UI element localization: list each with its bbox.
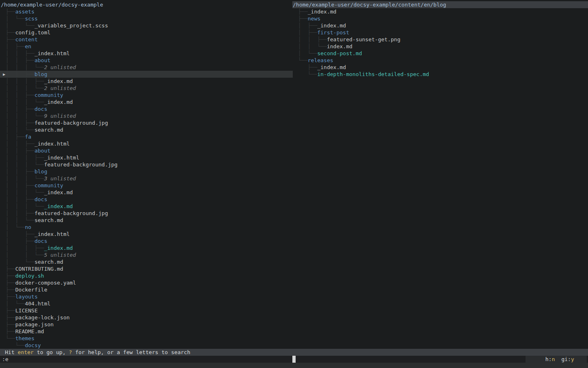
tree-row[interactable]: │ │ ├──featured-background.jpg	[0, 210, 293, 217]
tree-row[interactable]: │ │ ├──docs	[0, 105, 293, 112]
tree-row[interactable]: │ ├──_index.md	[292, 22, 588, 29]
dir-name: docsy	[25, 342, 41, 348]
tree-branch-lines: ├──	[6, 287, 15, 293]
dir-name: docs	[34, 106, 47, 112]
tree-row[interactable]: │ │ │ └──2 unlisted	[0, 64, 293, 71]
tree-row[interactable]: │ │ ├──featured-background.jpg	[0, 119, 293, 126]
tree-row[interactable]: ├──assets	[0, 8, 293, 15]
tree-branch-lines: └──	[6, 342, 25, 348]
tree-row[interactable]: │ ├──fa	[0, 133, 293, 140]
tree-row[interactable]: │ │ ├──featured-sunset-get.png	[292, 36, 588, 43]
dir-name: scss	[25, 16, 38, 22]
tree-row[interactable]: │ ├──docs	[0, 238, 293, 245]
tree-branch-lines: ├──	[6, 328, 15, 334]
tree-row[interactable]: │ │ │ └──_index.md	[0, 203, 293, 210]
tree-row[interactable]: ├──README.md	[0, 328, 293, 335]
tree-row[interactable]: │ │ └──5 unlisted	[0, 251, 293, 258]
tree-row[interactable]: │ │ │ ├──_index.md	[0, 78, 293, 85]
left-panel-path[interactable]: /home/example-user/docsy-example	[0, 1, 293, 8]
dir-name: releases	[307, 57, 333, 63]
tree-row[interactable]: │ │ ├──_index.md	[0, 245, 293, 251]
tree-row[interactable]: │ │ └──search.md	[0, 126, 293, 133]
tree-row[interactable]: ├──deploy.sh	[0, 272, 293, 279]
tree-row[interactable]: ├──news	[292, 15, 588, 22]
tree-row[interactable]: ├──Dockerfile	[0, 286, 293, 293]
panel-flags: h:n gi:y	[526, 356, 587, 363]
entry-name: featured-background.jpg	[44, 162, 118, 168]
dir-name: news	[307, 16, 320, 22]
entry-name: _variables_project.scss	[34, 22, 108, 29]
tree-row[interactable]: ├──package-lock.json	[0, 314, 293, 321]
tree-row[interactable]: └──releases	[292, 57, 588, 64]
tree-row[interactable]: │ │ │ ├──_index.html	[0, 154, 293, 161]
tree-row[interactable]: ├──_index.md	[292, 8, 588, 15]
tree-row[interactable]: │ │ └──search.md	[0, 217, 293, 224]
entry-name: index.md	[327, 43, 352, 49]
tree-row[interactable]: │ ├──first-post	[292, 29, 588, 36]
tree-row[interactable]: │ └──no	[0, 224, 293, 231]
tree-row[interactable]: │ └──scss	[0, 15, 293, 22]
tree-row[interactable]: │ │ │ └──_index.md	[0, 99, 293, 105]
tree-row[interactable]: ├──content	[0, 36, 293, 43]
tree-branch-lines: │ │ │ ├──	[6, 155, 44, 161]
left-panel-path-text: /home/example-user/docsy-example	[1, 2, 103, 8]
tree-row[interactable]: │ ├──_index.html	[0, 231, 293, 238]
tree-row[interactable]: │ │ ├──community	[0, 92, 293, 99]
entry-name: 5 unlisted	[44, 252, 76, 258]
entry-name: _index.html	[44, 155, 79, 161]
tree-branch-lines: │ │ ├──	[6, 245, 44, 251]
tree-branch-lines: │ │ ├──	[6, 182, 34, 188]
dir-name: fa	[25, 134, 31, 140]
command-input[interactable]: :e	[2, 356, 9, 363]
tree-row[interactable]: │ │ │ └──3 unlisted	[0, 175, 293, 182]
tree-branch-lines: │ └──	[298, 50, 317, 56]
tree-row[interactable]: │ │ │ └──9 unlisted	[0, 112, 293, 119]
entry-name: _index.md	[317, 64, 346, 70]
tree-row[interactable]: ├──CONTRIBUTING.md	[0, 265, 293, 272]
tree-row[interactable]: │ └──second-post.md	[292, 50, 588, 57]
tree-branch-lines: │ │ │ ├──	[6, 78, 44, 84]
tree-row[interactable]: └──in-depth-monoliths-detailed-spec.md	[292, 71, 588, 78]
tree-branch-lines: │ └──	[6, 16, 25, 22]
tree-row[interactable]: └──docsy	[0, 342, 293, 349]
tree-branch-lines: │ │ └──	[6, 217, 34, 223]
tree-row[interactable]: │ │ │ └──featured-background.jpg	[0, 161, 293, 168]
tree-row[interactable]: ├──package.json	[0, 321, 293, 328]
tree-row[interactable]: ├──docker-compose.yaml	[0, 279, 293, 286]
left-panel: /home/example-user/docsy-example ├──asse…	[0, 0, 293, 349]
entry-name: featured-background.jpg	[34, 120, 108, 126]
tree-branch-lines: │ └──	[6, 301, 25, 307]
tree-row[interactable]: │ │ ├──blog	[0, 168, 293, 175]
tree-row[interactable]: │ │ ├──_index.html	[0, 140, 293, 147]
tree-row[interactable]: │ │ ├──docs	[0, 196, 293, 203]
entry-name: _index.html	[34, 231, 69, 237]
dir-name: about	[34, 148, 50, 154]
tree-row[interactable]: ├──layouts	[0, 293, 293, 300]
tree-branch-lines: │ │ ├──	[6, 168, 34, 175]
flag-value: n	[552, 356, 555, 362]
flag-value: y	[571, 356, 574, 362]
tree-row[interactable]: │ │ ├──about	[0, 57, 293, 64]
tree-row[interactable]: │ │ ├──blog▶	[0, 71, 293, 78]
tree-row[interactable]: ├──_index.md	[292, 64, 588, 71]
tree-row[interactable]: │ ├──en	[0, 43, 293, 50]
dir-name: en	[25, 43, 31, 49]
tree-row[interactable]: │ │ ├──community	[0, 182, 293, 189]
tree-row[interactable]: │ │ │ └──_index.md	[0, 189, 293, 196]
right-panel-path[interactable]: /home/example-user/docsy-example/content…	[292, 1, 588, 8]
tree-row[interactable]: │ └──_variables_project.scss	[0, 22, 293, 29]
tree-row[interactable]: │ └──search.md	[0, 258, 293, 265]
tree-branch-lines: │ │ │ └──	[6, 203, 44, 209]
tree-row[interactable]: ├──LICENSE	[0, 307, 293, 314]
tree-row[interactable]: │ │ ├──_index.html	[0, 50, 293, 57]
tree-row[interactable]: │ │ └──index.md	[292, 43, 588, 50]
tree-row[interactable]: └──themes	[0, 335, 293, 342]
entry-name: LICENSE	[15, 307, 38, 314]
tree-branch-lines: │ │ ├──	[6, 120, 34, 126]
tree-row[interactable]: │ │ ├──about	[0, 147, 293, 154]
tree-branch-lines: │ ├──	[298, 29, 317, 36]
tree-row[interactable]: ├──config.toml	[0, 29, 293, 36]
tree-row[interactable]: │ │ │ └──2 unlisted	[0, 85, 293, 92]
entry-name: README.md	[15, 328, 44, 334]
tree-row[interactable]: │ └──404.html	[0, 300, 293, 307]
